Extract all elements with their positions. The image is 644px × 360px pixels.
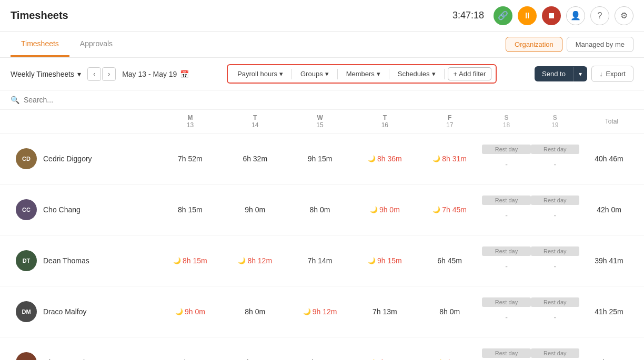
day-cell-2[interactable]: 8h 13m xyxy=(287,337,352,361)
rest-day-bar: Rest day xyxy=(482,297,530,307)
day-cell-6[interactable]: Rest day - xyxy=(531,337,579,361)
day-cell-5[interactable]: Rest day - xyxy=(482,337,530,361)
avatar: DT xyxy=(16,250,37,271)
day-cell-6[interactable]: Rest day - xyxy=(531,184,579,235)
day-cell-1[interactable]: 🌙 8h 12m xyxy=(223,235,287,286)
day-cell-6[interactable]: Rest day - xyxy=(531,286,579,337)
day-cell-5[interactable]: Rest day - xyxy=(482,184,530,235)
day-cell-0[interactable]: 8h 15m xyxy=(158,184,223,235)
hours-value: 8h 12m xyxy=(247,256,272,265)
groups-filter[interactable]: Groups ▾ xyxy=(295,68,334,80)
col-header-total: Total xyxy=(579,110,644,133)
help-btn[interactable]: ? xyxy=(590,6,609,25)
payroll-hours-filter[interactable]: Payroll hours ▾ xyxy=(232,68,288,80)
user-btn[interactable]: 👤 xyxy=(566,6,585,25)
day-cell-0[interactable]: 🌙 8h 15m xyxy=(158,235,223,286)
rest-day-bar: Rest day xyxy=(482,145,530,154)
day-cell-4[interactable]: 🌙 8h 31m xyxy=(417,133,482,184)
action-btn-1[interactable]: 🔗 xyxy=(494,6,512,25)
org-button[interactable]: Organization xyxy=(506,37,562,52)
day-cell-5[interactable]: Rest day - xyxy=(482,286,530,337)
schedules-filter[interactable]: Schedules ▾ xyxy=(393,68,441,80)
filter-group: Payroll hours ▾ Groups ▾ Members ▾ Sched… xyxy=(227,64,497,84)
view-toggle: Organization Managed by me xyxy=(506,37,633,52)
filter-divider-3 xyxy=(389,69,389,79)
day-cell-2[interactable]: 7h 14m xyxy=(287,235,352,286)
rest-day-wrapper: Rest day - xyxy=(531,196,579,224)
overtime-icon: 🌙 xyxy=(368,155,376,162)
day-cell-1[interactable]: 7h 20m xyxy=(223,337,287,361)
calendar-icon[interactable]: 📅 xyxy=(180,70,189,78)
rest-day-dash: - xyxy=(531,309,579,326)
hours-value: 8h 31m xyxy=(442,155,467,163)
col-header-sat: S18 xyxy=(482,110,530,133)
employee-name: Cho Chang xyxy=(43,205,80,214)
day-cell-6[interactable]: Rest day - xyxy=(531,235,579,286)
overtime-icon: 🌙 xyxy=(175,308,183,315)
overtime-hours: 🌙 8h 36m xyxy=(358,155,412,163)
action-btn-2[interactable]: ⏸ xyxy=(518,6,537,25)
name-column-header xyxy=(0,110,158,133)
overtime-icon: 🌙 xyxy=(173,257,181,264)
day-cell-3[interactable]: 🌙 9h 0m xyxy=(353,184,417,235)
day-cell-4[interactable]: 🌙 8h 3m xyxy=(417,337,482,361)
hours-value: 9h 12m xyxy=(313,307,337,316)
day-cell-2[interactable]: 🌙 9h 12m xyxy=(287,286,352,337)
day-cell-3[interactable]: 7h 13m xyxy=(353,286,417,337)
total-hours: 41h 50m xyxy=(579,337,644,361)
day-cell-0[interactable]: 10h 32m xyxy=(158,337,223,361)
day-cell-3[interactable]: 🌙 7h 42m xyxy=(353,337,417,361)
day-cell-3[interactable]: 🌙 9h 15m xyxy=(353,235,417,286)
rest-day-dash: - xyxy=(482,156,530,173)
next-week-btn[interactable]: › xyxy=(102,67,116,81)
tab-timesheets[interactable]: Timesheets xyxy=(11,32,69,57)
day-cell-4[interactable]: 6h 45m xyxy=(417,235,482,286)
day-cell-2[interactable]: 9h 15m xyxy=(287,133,352,184)
day-cell-0[interactable]: 7h 52m xyxy=(158,133,223,184)
dropdown-arrow-icon: ▾ xyxy=(432,70,436,78)
column-header-row: M13 T14 W15 T16 F17 S18 S19 xyxy=(0,110,644,133)
filter-divider xyxy=(291,69,292,79)
rest-day-wrapper: Rest day - xyxy=(482,145,530,173)
col-header-wed: W15 xyxy=(287,110,352,133)
day-cell-6[interactable]: Rest day - xyxy=(531,133,579,184)
day-cell-5[interactable]: Rest day - xyxy=(482,235,530,286)
total-hours: 42h 0m xyxy=(579,184,644,235)
day-cell-4[interactable]: 8h 0m xyxy=(417,286,482,337)
nav-arrows: ‹ › xyxy=(87,67,116,81)
hours-value: 9h 15m xyxy=(377,256,402,265)
day-cell-0[interactable]: 🌙 9h 0m xyxy=(158,286,223,337)
app-header: Timesheets 3:47:18 🔗 ⏸ ⏹ 👤 ? ⚙ xyxy=(0,0,644,32)
search-input[interactable] xyxy=(24,96,129,104)
overtime-hours: 🌙 9h 15m xyxy=(358,256,412,265)
day-cell-1[interactable]: 6h 32m xyxy=(223,133,287,184)
members-filter[interactable]: Members ▾ xyxy=(341,68,386,80)
employee-name: Cedric Diggory xyxy=(43,155,92,163)
day-cell-4[interactable]: 🌙 7h 45m xyxy=(417,184,482,235)
weekly-selector[interactable]: Weekly Timesheets ▾ xyxy=(11,70,81,78)
send-to-button[interactable]: Send to ▾ xyxy=(535,66,587,81)
settings-btn[interactable]: ⚙ xyxy=(615,6,633,25)
date-range: May 13 - May 19 📅 xyxy=(122,70,189,78)
day-cell-1[interactable]: 9h 0m xyxy=(223,184,287,235)
action-btn-3[interactable]: ⏹ xyxy=(542,6,561,25)
rest-day-wrapper: Rest day - xyxy=(531,348,579,360)
dropdown-arrow-icon: ▾ xyxy=(279,70,283,78)
day-cell-1[interactable]: 8h 0m xyxy=(223,286,287,337)
prev-week-btn[interactable]: ‹ xyxy=(87,67,101,81)
toolbar-right: Send to ▾ ↓ Export xyxy=(535,66,633,82)
rest-day-bar: Rest day xyxy=(531,348,579,358)
table-row: DM Draco Malfoy 🌙 9h 0m 8h 0m 🌙 9h 12m 7… xyxy=(0,286,644,337)
header-right: 3:47:18 🔗 ⏸ ⏹ 👤 ? ⚙ xyxy=(452,6,633,25)
rest-day-dash: - xyxy=(482,207,530,224)
add-filter-btn[interactable]: + Add filter xyxy=(448,67,492,80)
tab-approvals[interactable]: Approvals xyxy=(69,32,123,57)
day-cell-2[interactable]: 8h 0m xyxy=(287,184,352,235)
employee-info: GW Ginny Weasley xyxy=(5,345,153,360)
day-cell-3[interactable]: 🌙 8h 36m xyxy=(353,133,417,184)
export-button[interactable]: ↓ Export xyxy=(591,66,633,82)
overtime-hours: 🌙 9h 12m xyxy=(293,307,347,316)
search-icon: 🔍 xyxy=(11,96,19,104)
day-cell-5[interactable]: Rest day - xyxy=(482,133,530,184)
managed-by-me-button[interactable]: Managed by me xyxy=(567,37,633,52)
